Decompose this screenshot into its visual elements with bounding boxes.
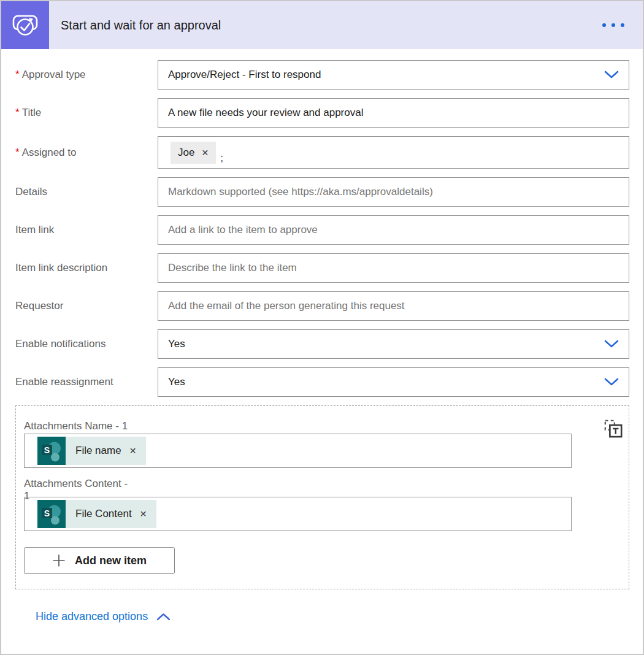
attachments-name-label: Attachments Name - 1 bbox=[24, 420, 159, 432]
chevron-up-icon bbox=[156, 613, 171, 621]
action-title: Start and wait for an approval bbox=[61, 1, 601, 49]
field-row-enable-notifications: Enable notifications Yes bbox=[15, 329, 629, 359]
item-link-input[interactable] bbox=[158, 215, 629, 245]
token-label: File name bbox=[75, 445, 121, 457]
chevron-down-icon bbox=[604, 378, 619, 386]
approvals-icon-glyph bbox=[10, 10, 40, 40]
attachments-content-label-line2: 1 bbox=[24, 490, 29, 502]
remove-token-icon[interactable]: ✕ bbox=[201, 148, 209, 158]
item-link-description-label: Item link description bbox=[15, 262, 158, 274]
person-token-name: Joe bbox=[178, 147, 194, 159]
add-new-item-label: Add new item bbox=[75, 554, 147, 567]
item-link-description-input[interactable] bbox=[158, 253, 629, 283]
field-row-assigned-to: *Assigned to Joe ✕ ; bbox=[15, 136, 629, 169]
requestor-input[interactable] bbox=[158, 291, 629, 321]
card-footer: Hide advanced options bbox=[36, 610, 629, 623]
required-marker: * bbox=[15, 69, 20, 80]
field-row-item-link: Item link bbox=[15, 215, 629, 245]
attachments-array-section: Attachments Name - 1 S File name ✕ Attac… bbox=[15, 405, 629, 589]
assigned-to-input[interactable]: Joe ✕ ; bbox=[158, 136, 629, 169]
ellipsis-icon bbox=[611, 23, 615, 27]
required-marker: * bbox=[15, 107, 20, 118]
required-marker: * bbox=[15, 147, 20, 158]
chevron-down-icon bbox=[604, 340, 619, 348]
field-row-enable-reassignment: Enable reassignment Yes bbox=[15, 367, 629, 397]
approval-type-value: Approve/Reject - First to respond bbox=[168, 69, 604, 81]
enable-notifications-label: Enable notifications bbox=[15, 338, 158, 350]
remove-token-icon[interactable]: ✕ bbox=[140, 509, 147, 519]
enable-notifications-dropdown[interactable]: Yes bbox=[158, 329, 629, 359]
dynamic-content-token[interactable]: S File Content ✕ bbox=[37, 500, 156, 528]
hide-advanced-options-link[interactable]: Hide advanced options bbox=[36, 610, 171, 623]
ellipsis-icon bbox=[621, 23, 624, 27]
approval-type-dropdown[interactable]: Approve/Reject - First to respond bbox=[158, 60, 629, 90]
token-label: File Content bbox=[75, 508, 132, 520]
dynamic-content-token[interactable]: S File name ✕ bbox=[37, 437, 146, 465]
approvals-icon bbox=[1, 1, 49, 49]
person-token[interactable]: Joe ✕ bbox=[171, 142, 216, 164]
more-options-button[interactable] bbox=[601, 1, 626, 49]
chevron-down-icon bbox=[604, 71, 619, 79]
field-row-approval-type: *Approval type Approve/Reject - First to… bbox=[15, 60, 629, 90]
token-separator: ; bbox=[220, 152, 223, 168]
svg-text:S: S bbox=[44, 508, 50, 518]
ellipsis-icon bbox=[602, 23, 606, 27]
enable-reassignment-dropdown[interactable]: Yes bbox=[158, 367, 629, 397]
requestor-label: Requestor bbox=[15, 300, 158, 312]
title-input[interactable] bbox=[158, 98, 629, 128]
hide-advanced-options-label: Hide advanced options bbox=[36, 610, 148, 623]
switch-to-input-entire-array-icon[interactable] bbox=[604, 417, 623, 442]
attachments-name-input[interactable]: S File name ✕ bbox=[24, 434, 572, 468]
plus-icon bbox=[52, 554, 66, 567]
approval-type-label: *Approval type bbox=[15, 69, 158, 81]
title-label: *Title bbox=[15, 107, 158, 119]
item-link-label: Item link bbox=[15, 224, 158, 236]
action-card-header[interactable]: Start and wait for an approval bbox=[1, 1, 643, 49]
details-label: Details bbox=[15, 186, 158, 198]
attachments-content-label-line1: Attachments Content - bbox=[24, 478, 128, 489]
details-input[interactable] bbox=[158, 177, 629, 207]
remove-token-icon[interactable]: ✕ bbox=[129, 446, 137, 456]
title-label-text: Title bbox=[22, 107, 42, 118]
attachments-content-label: Attachments Content - 1 bbox=[24, 478, 159, 502]
svg-text:S: S bbox=[44, 445, 50, 455]
enable-notifications-value: Yes bbox=[168, 338, 604, 350]
add-new-item-button[interactable]: Add new item bbox=[24, 547, 175, 574]
enable-reassignment-value: Yes bbox=[168, 376, 604, 388]
assigned-to-label-text: Assigned to bbox=[22, 147, 77, 158]
assigned-to-label: *Assigned to bbox=[15, 147, 158, 159]
field-row-requestor: Requestor bbox=[15, 291, 629, 321]
field-row-item-link-description: Item link description bbox=[15, 253, 629, 283]
enable-reassignment-label: Enable reassignment bbox=[15, 376, 158, 388]
field-row-title: *Title bbox=[15, 98, 629, 128]
field-row-details: Details bbox=[15, 177, 629, 207]
approval-type-label-text: Approval type bbox=[22, 69, 86, 80]
sharepoint-icon: S bbox=[37, 500, 66, 528]
action-card-body: *Approval type Approve/Reject - First to… bbox=[1, 49, 643, 623]
sharepoint-icon: S bbox=[37, 437, 66, 465]
